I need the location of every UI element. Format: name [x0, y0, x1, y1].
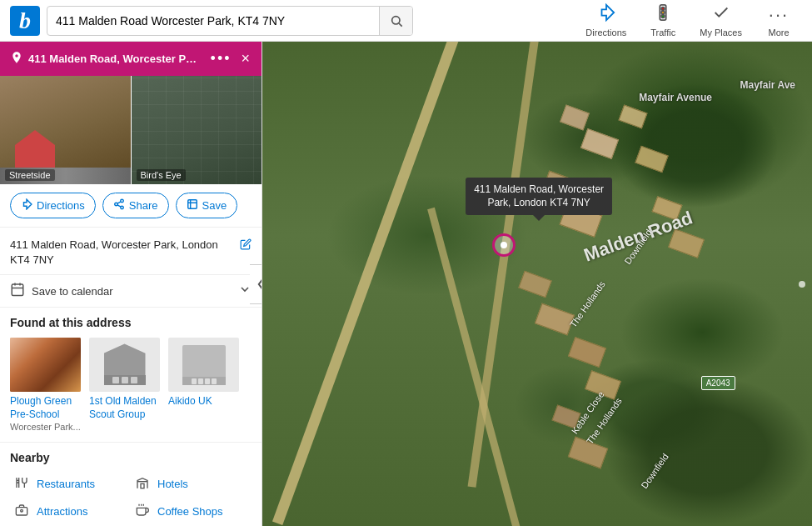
nav-more[interactable]: ··· More — [755, 1, 802, 41]
zoom-indicator — [799, 281, 805, 288]
share-icon — [113, 198, 125, 213]
coffee-label: Coffee Shops — [157, 505, 223, 518]
calendar-section[interactable]: Save to calendar — [0, 275, 262, 308]
edit-icon[interactable] — [240, 238, 252, 253]
mayfair-ave-label: Mayfair Ave — [740, 79, 795, 91]
streetside-label: Streetside — [5, 169, 55, 181]
marker-circle-outer — [492, 233, 516, 257]
attractions-icon — [13, 503, 30, 519]
vegetation-patch-4 — [604, 376, 812, 526]
house-decoration — [10, 130, 60, 168]
place-card-3[interactable]: Aikido UK — [168, 338, 239, 431]
place-name-2: 1st Old Malden Scout Group — [89, 395, 160, 421]
map-area[interactable]: Mayfair Avenue Mayfair Ave Malden Road T… — [262, 42, 812, 526]
nav-traffic-label: Traffic — [650, 28, 675, 38]
popup-line2: Park, London KT4 7NY — [474, 196, 604, 210]
save-button[interactable]: Save — [176, 193, 238, 218]
nearby-grid: Restaurants Hotels — [10, 471, 252, 526]
nav-more-label: More — [768, 28, 789, 38]
found-section: Found at this address Plough Green Pre-S… — [0, 308, 262, 441]
svg-point-6 — [661, 15, 665, 18]
directions-btn-icon — [21, 198, 32, 213]
main-layout: 411 Malden Road, Worcester Park, L... ••… — [0, 42, 812, 526]
nearby-restaurants[interactable]: Restaurants — [10, 471, 131, 497]
nav-directions[interactable]: Directions — [575, 0, 636, 41]
svg-point-9 — [115, 203, 118, 206]
road-badge: A2043 — [701, 376, 735, 390]
search-button[interactable] — [379, 7, 412, 35]
place-card-1[interactable]: Plough Green Pre-School Worcester Park..… — [10, 338, 81, 431]
share-button[interactable]: Share — [102, 193, 169, 218]
calendar-label: Save to calendar — [32, 285, 232, 298]
found-title: Found at this address — [10, 316, 252, 329]
search-input[interactable] — [47, 7, 379, 35]
save-icon — [187, 198, 198, 213]
streetside-photo[interactable]: Streetside — [0, 76, 131, 184]
place-name-1: Plough Green Pre-School — [10, 395, 81, 421]
more-icon: ··· — [769, 4, 789, 26]
directions-button[interactable]: Directions — [10, 193, 96, 218]
location-header-more[interactable]: ••• — [207, 50, 235, 68]
action-buttons: Directions Share — [0, 184, 262, 228]
svg-point-5 — [661, 11, 665, 14]
place-thumb-1 — [10, 338, 81, 392]
svg-rect-22 — [141, 483, 144, 488]
nearby-title: Nearby — [10, 451, 252, 464]
search-box — [47, 6, 413, 36]
nearby-hotels[interactable]: Hotels — [131, 471, 252, 497]
place-thumb-2 — [89, 338, 160, 392]
birdseye-photo[interactable]: Bird's Eye — [132, 76, 262, 184]
svg-rect-13 — [187, 200, 197, 209]
svg-marker-7 — [24, 199, 32, 209]
mayfair-label: Mayfair Avenue — [639, 92, 712, 103]
svg-marker-2 — [601, 5, 614, 20]
share-btn-label: Share — [129, 199, 158, 212]
popup-line1: 411 Malden Road, Worcester — [474, 183, 604, 197]
marker-circle-inner — [501, 242, 507, 248]
save-btn-label: Save — [202, 199, 227, 212]
address-text: 411 Malden Road, Worcester Park, London … — [10, 238, 235, 268]
location-header-close[interactable]: × — [239, 50, 252, 68]
map-popup: 411 Malden Road, Worcester Park, London … — [466, 178, 612, 216]
svg-point-10 — [121, 206, 124, 209]
birdseye-label: Bird's Eye — [137, 169, 186, 181]
pin-icon — [10, 51, 23, 68]
coffee-icon — [134, 503, 151, 519]
sidebar: 411 Malden Road, Worcester Park, L... ••… — [0, 42, 262, 526]
place-card-2[interactable]: 1st Old Malden Scout Group — [89, 338, 160, 431]
calendar-icon — [10, 282, 25, 300]
nav-myplaces[interactable]: My Places — [690, 0, 752, 41]
svg-line-11 — [117, 205, 121, 207]
svg-line-1 — [399, 23, 402, 27]
svg-rect-16 — [12, 284, 23, 296]
bing-logo: b — [10, 6, 40, 36]
svg-line-12 — [117, 202, 121, 203]
nav-buttons: Directions Traffic My Places ··· — [575, 0, 802, 41]
collapse-sidebar-button[interactable] — [250, 264, 262, 304]
restaurants-icon — [13, 476, 30, 492]
nav-myplaces-label: My Places — [700, 28, 742, 38]
photos-strip: Streetside Bird's Eye — [0, 76, 262, 184]
place-name-3: Aikido UK — [168, 395, 239, 408]
places-row: Plough Green Pre-School Worcester Park..… — [10, 338, 252, 431]
place-thumb-3 — [168, 338, 239, 392]
attractions-label: Attractions — [37, 505, 87, 518]
topbar: b Directions — [0, 0, 812, 42]
nearby-section: Nearby Restaurants — [0, 442, 262, 526]
restaurants-label: Restaurants — [37, 478, 95, 490]
address-section: 411 Malden Road, Worcester Park, London … — [0, 228, 262, 275]
nav-traffic[interactable]: Traffic — [640, 0, 686, 41]
traffic-icon — [654, 3, 672, 26]
svg-point-8 — [121, 199, 124, 203]
myplaces-icon — [712, 3, 730, 26]
svg-point-0 — [391, 16, 399, 23]
location-header-title: 411 Malden Road, Worcester Park, L... — [28, 53, 202, 65]
hotels-icon — [134, 476, 151, 492]
location-header: 411 Malden Road, Worcester Park, L... ••… — [0, 42, 262, 76]
nearby-coffee[interactable]: Coffee Shops — [131, 498, 252, 524]
svg-point-4 — [661, 8, 665, 11]
map-zoom-controls — [799, 281, 805, 288]
place-sub-1: Worcester Park... — [10, 422, 81, 432]
nearby-attractions[interactable]: Attractions — [10, 498, 131, 524]
hotels-label: Hotels — [157, 478, 188, 490]
